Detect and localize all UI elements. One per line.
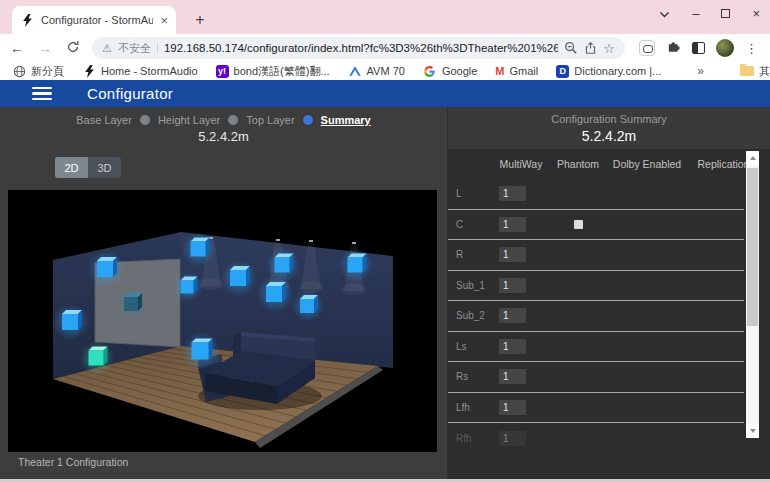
url-text[interactable]: 192.168.50.174/configurator/index.html?f…: [164, 42, 558, 54]
multiway-input[interactable]: [499, 400, 526, 415]
layer-tab-summary[interactable]: Summary: [321, 114, 371, 126]
scrollbar-up-arrow-icon[interactable]: [746, 151, 759, 165]
channel-label: R: [448, 249, 492, 260]
kebab-menu-icon[interactable]: ⋮: [745, 41, 758, 56]
canvas-caption: Theater 1 Configuration: [18, 456, 447, 468]
speaker-cube[interactable]: [257, 276, 294, 313]
speaker-cube[interactable]: [80, 341, 115, 376]
tab-close-icon[interactable]: ×: [160, 14, 168, 27]
new-tab-button[interactable]: +: [190, 11, 210, 29]
line-extension-icon[interactable]: [639, 40, 655, 56]
speaker-cube[interactable]: [292, 290, 324, 322]
browser-titlebar: Configurator - StormAudio × + – ×: [0, 0, 770, 34]
speaker-cube[interactable]: [181, 331, 220, 370]
speaker-cube[interactable]: [182, 232, 217, 267]
view-2d-button[interactable]: 2D: [55, 157, 88, 178]
address-bar[interactable]: ⚠ 不安全 192.168.50.174/configurator/index.…: [92, 37, 625, 59]
room-3d-canvas[interactable]: [8, 190, 437, 452]
zoom-magnifier-icon[interactable]: [564, 41, 578, 55]
radio-dot-icon[interactable]: [140, 115, 150, 125]
summary-panel-title: Configuration Summary: [448, 113, 770, 125]
channel-label: C: [448, 219, 492, 230]
folder-icon: [740, 66, 754, 76]
speaker-cube[interactable]: [116, 288, 148, 320]
security-label: 不安全: [118, 41, 151, 56]
side-panel-icon[interactable]: [692, 42, 705, 54]
other-bookmarks-label: 其他書籤: [759, 64, 770, 79]
table-row: Ls: [448, 332, 744, 363]
view-toggle: 2D 3D: [55, 157, 447, 178]
hamburger-menu-icon[interactable]: [32, 87, 52, 101]
multiway-input[interactable]: [499, 186, 526, 201]
multiway-input[interactable]: [499, 431, 526, 446]
browser-tab[interactable]: Configurator - StormAudio ×: [12, 6, 176, 34]
dictionary-icon: D: [556, 65, 569, 78]
browser-window: Configurator - StormAudio × + – × ← → ⚠ …: [0, 0, 770, 482]
multiway-input[interactable]: [499, 308, 526, 323]
bookmarks-overflow-chevron[interactable]: »: [697, 64, 704, 78]
layer-nav: Base Layer Height Layer Top Layer Summar…: [0, 114, 447, 126]
summary-config-name: 5.2.4.2m: [448, 128, 770, 144]
radio-dot-icon[interactable]: [228, 115, 238, 125]
channel-label: Sub_2: [448, 310, 492, 321]
summary-panel: Configuration Summary 5.2.4.2m MultiWay …: [447, 107, 770, 482]
bookmark-avm70[interactable]: AVM 70: [348, 64, 405, 78]
maximize-button[interactable]: [721, 9, 730, 18]
scrollbar-thumb[interactable]: [747, 168, 758, 326]
reload-button[interactable]: [64, 40, 82, 57]
tab-search-chevron-icon[interactable]: [659, 4, 670, 22]
warning-icon: ⚠: [102, 42, 112, 55]
speaker-cube[interactable]: [339, 248, 374, 283]
channel-label: Rfh: [448, 433, 492, 444]
bookmark-label: Home - StormAudio: [101, 65, 198, 77]
speaker-cube[interactable]: [221, 260, 258, 297]
layer-tab-base[interactable]: Base Layer: [76, 114, 132, 126]
minimize-button[interactable]: –: [692, 6, 699, 21]
window-close-button[interactable]: ×: [752, 6, 760, 21]
speaker-cube[interactable]: [173, 272, 203, 302]
address-divider: [157, 42, 158, 54]
bookmark-dictionary[interactable]: D Dictionary.com |...: [556, 65, 661, 78]
speaker-cube[interactable]: [53, 304, 90, 341]
browser-toolbar: ← → ⚠ 不安全 192.168.50.174/configurator/in…: [0, 34, 770, 62]
table-row: Lfh: [448, 393, 744, 424]
col-dolby-enabled: Dolby Enabled: [606, 158, 688, 170]
speaker-cube[interactable]: [88, 251, 125, 288]
view-3d-button[interactable]: 3D: [88, 157, 121, 178]
scrollbar-down-arrow-icon[interactable]: [746, 424, 759, 438]
multiway-input[interactable]: [499, 339, 526, 354]
bookmark-new-tab[interactable]: 新分頁: [12, 64, 64, 79]
extensions-puzzle-icon[interactable]: [666, 39, 681, 58]
bookmark-google[interactable]: Google: [423, 64, 477, 78]
layer-tab-height[interactable]: Height Layer: [158, 114, 220, 126]
back-button[interactable]: ←: [8, 40, 26, 56]
forward-button[interactable]: →: [36, 40, 54, 56]
bookmark-star-icon[interactable]: ☆: [603, 41, 615, 56]
radio-dot-selected-icon[interactable]: [303, 115, 313, 125]
multiway-input[interactable]: [499, 247, 526, 262]
channel-label: Sub_1: [448, 280, 492, 291]
tab-title: Configurator - StormAudio: [41, 14, 153, 26]
share-icon[interactable]: [584, 41, 597, 55]
multiway-input[interactable]: [499, 278, 526, 293]
table-row: Rs: [448, 362, 744, 393]
profile-avatar[interactable]: [716, 39, 734, 57]
lightning-icon: [20, 13, 34, 27]
gmail-icon: M: [495, 65, 504, 77]
bookmark-label: AVM 70: [367, 65, 405, 77]
scrollbar[interactable]: [746, 151, 759, 438]
bookmark-gmail[interactable]: M Gmail: [495, 65, 538, 77]
bookmark-label: bond漢語(繁體)翻...: [234, 64, 330, 79]
phantom-checkbox[interactable]: [574, 220, 583, 229]
multiway-input[interactable]: [499, 217, 526, 232]
other-bookmarks-button[interactable]: 其他書籤: [740, 64, 770, 79]
bookmark-label: Gmail: [510, 65, 539, 77]
bookmark-bond-translate[interactable]: y! bond漢語(繁體)翻...: [216, 64, 330, 79]
app-title: Configurator: [87, 85, 173, 102]
multiway-input[interactable]: [499, 369, 526, 384]
table-row: Sub_1: [448, 271, 744, 302]
layer-tab-top[interactable]: Top Layer: [246, 114, 294, 126]
bookmark-home-stormaudio[interactable]: Home - StormAudio: [82, 64, 198, 78]
table-row: Sub_2: [448, 301, 744, 332]
channel-label: L: [448, 188, 492, 199]
